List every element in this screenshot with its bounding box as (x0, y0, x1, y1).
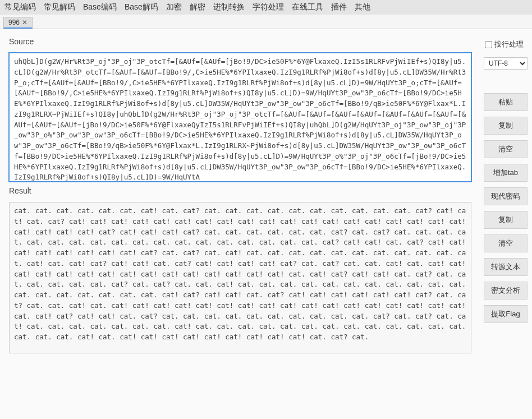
main-panel: Source Result cat. cat. cat. cat. cat. c… (0, 29, 480, 417)
clear-result-button[interactable]: 清空 (484, 234, 528, 252)
menu-item[interactable]: 在线工具 (292, 2, 323, 12)
menu-item[interactable]: 插件 (331, 2, 347, 12)
menu-item[interactable]: Base解码 (125, 2, 158, 12)
tabbar: 996 ✕ (0, 15, 532, 29)
menu-item[interactable]: 常见解码 (44, 2, 75, 12)
result-label: Result (9, 186, 471, 195)
side-panel: 按行处理 UTF-8 粘贴 复制 清空 增加tab 现代密码 复制 清空 转源文… (480, 29, 532, 417)
clear-source-button[interactable]: 清空 (484, 140, 528, 158)
menu-item[interactable]: Base编码 (83, 2, 117, 12)
encoding-select[interactable]: UTF-8 (484, 57, 528, 70)
source-textarea[interactable] (9, 53, 471, 182)
source-label: Source (9, 37, 471, 46)
menu-item[interactable]: 进制转换 (213, 2, 245, 12)
menubar: 常见编码 常见解码 Base编码 Base解码 加密 解密 进制转换 字符处理 … (0, 0, 532, 15)
close-icon[interactable]: ✕ (22, 19, 27, 26)
menu-item[interactable]: 字符处理 (253, 2, 284, 12)
cipher-analyze-button[interactable]: 密文分析 (484, 282, 528, 300)
byline-label: 按行处理 (494, 39, 524, 49)
byline-option[interactable]: 按行处理 (484, 39, 529, 49)
extract-flag-button[interactable]: 提取Flag (484, 305, 528, 323)
result-textarea[interactable]: cat. cat. cat. cat. cat. cat. cat! cat. … (9, 202, 471, 353)
tab-996[interactable]: 996 ✕ (3, 17, 33, 29)
menu-item[interactable]: 加密 (166, 2, 182, 12)
menu-item[interactable]: 其他 (355, 2, 370, 12)
to-source-button[interactable]: 转源文本 (484, 258, 528, 276)
menu-item[interactable]: 解密 (190, 2, 205, 12)
copy-source-button[interactable]: 复制 (484, 117, 528, 135)
menu-item[interactable]: 常见编码 (4, 2, 36, 12)
add-tab-button[interactable]: 增加tab (484, 164, 528, 182)
copy-result-button[interactable]: 复制 (484, 211, 528, 229)
modern-cipher-button[interactable]: 现代密码 (484, 187, 528, 205)
paste-button[interactable]: 粘贴 (484, 93, 528, 111)
byline-checkbox[interactable] (485, 41, 492, 48)
tab-label: 996 (8, 19, 20, 26)
